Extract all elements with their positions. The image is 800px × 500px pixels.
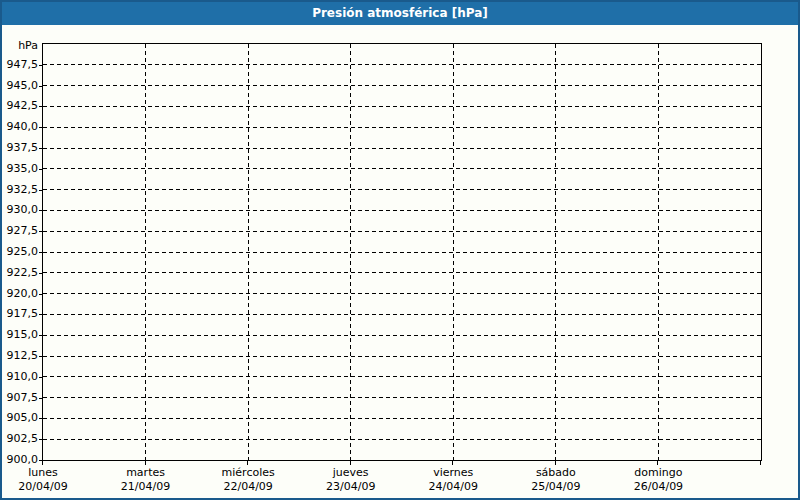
h-gridline: [43, 85, 761, 86]
y-axis-tick-label: 935,0: [2, 162, 38, 176]
x-axis-day-label: sábado: [504, 466, 608, 480]
h-gridline: [43, 210, 761, 211]
h-gridline: [43, 356, 761, 357]
v-gridline: [145, 44, 146, 460]
x-axis-tick: [452, 461, 453, 465]
v-gridline: [350, 44, 351, 460]
x-axis-date-label: 26/04/09: [606, 480, 710, 494]
y-axis-tick: [39, 86, 42, 87]
h-gridline: [43, 106, 761, 107]
h-gridline: [43, 252, 761, 253]
y-axis-tick: [39, 439, 42, 440]
x-axis-day-label: jueves: [299, 466, 403, 480]
v-gridline: [248, 44, 249, 460]
x-axis-tick: [145, 461, 146, 465]
y-axis-tick-label: 920,0: [2, 287, 38, 301]
h-gridline: [43, 148, 761, 149]
h-gridline: [43, 418, 761, 419]
x-axis-label: miércoles22/04/09: [196, 466, 300, 494]
y-axis-tick-label: 930,0: [2, 203, 38, 217]
y-axis-tick-label: 915,0: [2, 328, 38, 342]
y-axis-tick: [39, 252, 42, 253]
x-axis-label: domingo26/04/09: [606, 466, 710, 494]
y-axis-tick: [39, 190, 42, 191]
h-gridline: [43, 397, 761, 398]
chart-title: Presión atmosférica [hPa]: [312, 6, 488, 20]
y-axis-tick: [39, 418, 42, 419]
x-axis-tick: [760, 461, 761, 465]
x-axis-label: viernes24/04/09: [401, 466, 505, 494]
x-axis-date-label: 21/04/09: [94, 480, 198, 494]
y-axis-tick: [39, 335, 42, 336]
h-gridline: [43, 168, 761, 169]
h-gridline: [43, 439, 761, 440]
y-axis-tick: [39, 169, 42, 170]
x-axis-day-label: viernes: [401, 466, 505, 480]
y-axis-tick-label: 910,0: [2, 370, 38, 384]
y-axis-tick: [39, 210, 42, 211]
x-axis-day-label: lunes: [0, 466, 95, 480]
h-gridline: [43, 64, 761, 65]
x-axis-date-label: 22/04/09: [196, 480, 300, 494]
y-axis-tick: [39, 273, 42, 274]
y-axis-tick: [39, 148, 42, 149]
y-axis-tick-label: 922,5: [2, 266, 38, 280]
x-axis-day-label: domingo: [606, 466, 710, 480]
y-axis-tick: [39, 65, 42, 66]
y-axis-tick-label: 902,5: [2, 432, 38, 446]
x-axis-day-label: martes: [94, 466, 198, 480]
y-axis-tick: [39, 106, 42, 107]
x-axis-label: martes21/04/09: [94, 466, 198, 494]
y-axis-tick-label: 927,5: [2, 224, 38, 238]
x-axis-tick: [555, 461, 556, 465]
h-gridline: [43, 335, 761, 336]
y-axis-tick: [39, 231, 42, 232]
h-gridline: [43, 293, 761, 294]
y-axis-tick-label: 907,5: [2, 391, 38, 405]
h-gridline: [43, 272, 761, 273]
x-axis-date-label: 24/04/09: [401, 480, 505, 494]
y-axis-tick-label: 940,0: [2, 120, 38, 134]
x-axis-date-label: 20/04/09: [0, 480, 95, 494]
y-axis-tick: [39, 314, 42, 315]
plot-area: [42, 43, 762, 461]
x-axis-label: jueves23/04/09: [299, 466, 403, 494]
y-axis-tick-label: 937,5: [2, 141, 38, 155]
y-axis-tick-label: 917,5: [2, 307, 38, 321]
y-axis-tick-label: 942,5: [2, 99, 38, 113]
y-axis-tick-label: 925,0: [2, 245, 38, 259]
y-axis-tick: [39, 127, 42, 128]
y-axis-tick-label: 905,0: [2, 411, 38, 425]
x-axis-tick: [350, 461, 351, 465]
chart-title-bar: Presión atmosférica [hPa]: [2, 2, 798, 25]
x-axis-date-label: 23/04/09: [299, 480, 403, 494]
x-axis-label: lunes20/04/09: [0, 466, 95, 494]
x-axis-tick: [247, 461, 248, 465]
h-gridline: [43, 314, 761, 315]
v-gridline: [555, 44, 556, 460]
v-gridline: [658, 44, 659, 460]
y-axis-tick: [39, 294, 42, 295]
y-axis-tick-label: 945,0: [2, 79, 38, 93]
h-gridline: [43, 376, 761, 377]
y-axis-tick-label: 947,5: [2, 58, 38, 72]
y-axis-tick-label: 932,5: [2, 183, 38, 197]
x-axis-day-label: miércoles: [196, 466, 300, 480]
pressure-chart-window: Presión atmosférica [hPa] 947,5945,0942,…: [0, 0, 800, 500]
y-axis-tick: [39, 398, 42, 399]
x-axis-tick: [42, 461, 43, 465]
x-axis-label: sábado25/04/09: [504, 466, 608, 494]
y-axis-tick-label: 900,0: [2, 453, 38, 467]
h-gridline: [43, 231, 761, 232]
y-axis-tick: [39, 377, 42, 378]
y-axis-unit-label: hPa: [2, 39, 38, 53]
h-gridline: [43, 127, 761, 128]
x-axis-date-label: 25/04/09: [504, 480, 608, 494]
x-axis-tick: [657, 461, 658, 465]
v-gridline: [453, 44, 454, 460]
y-axis-tick-label: 912,5: [2, 349, 38, 363]
h-gridline: [43, 189, 761, 190]
y-axis-tick: [39, 356, 42, 357]
